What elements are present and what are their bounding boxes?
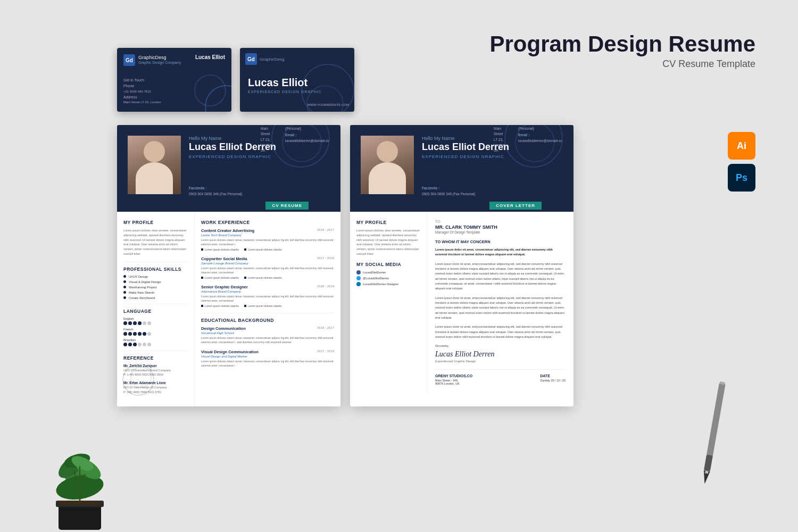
illustrator-icon: Ai [728, 132, 755, 160]
decorative-plant [27, 413, 133, 532]
photo-inner [128, 136, 181, 194]
social-title: My Social Media [356, 262, 420, 267]
work-item-2: Copywriter Social Media 2017 - 2018 Sano… [201, 256, 334, 279]
cover-para-4: Lorem ipsum dolor sit amet, entycconsect… [435, 325, 566, 339]
lang-french: French [123, 328, 188, 336]
right-column: WORK EXPERIENCE Content Creator Advertis… [194, 212, 340, 406]
cover-para-3: Lorem ipsum dolor sit amet, entycconsect… [435, 296, 566, 321]
bc2-website: WWW.YOURWEBSITE.COM [307, 103, 349, 106]
cover-profile-text: Lorem ipsum dolores situe ametee, consec… [356, 228, 420, 256]
cover-recipient-name: MR. CLARK TOMMY SMITH [435, 225, 566, 230]
cover-photo-inner [361, 136, 414, 194]
work-header-1: Content Creator Advertising 2016 - 2017 [201, 228, 334, 233]
person-head [144, 141, 165, 162]
svg-rect-0 [59, 503, 101, 530]
fax-contact: Facsimile : 0903 904 0890 346 (Fax Perso… [189, 186, 242, 197]
svg-rect-2 [59, 501, 101, 505]
photoshop-icon: Ps [728, 164, 755, 192]
cv-tag: CV RESUME [265, 202, 309, 210]
cover-to-label: TO [435, 220, 566, 223]
divider-1 [123, 262, 188, 262]
cover-sig-role: Experienced Graphic Design [435, 360, 566, 363]
profile-title: MY PROFILE [123, 220, 188, 225]
address-contact: Address : Main Street LT 23, London - UK [261, 125, 275, 154]
cover-social-section: My Social Media LucasElliotDerren @Lucas… [356, 262, 420, 286]
lang-dots-french [123, 332, 188, 336]
bc-candidate-name: Lucas Elliot [195, 54, 225, 60]
cover-sincerely: Sincerely, [435, 344, 566, 347]
edu-header-2: Visual Design Communication 2017 - 2018 [201, 350, 334, 354]
skill-1: UI/UX Design [123, 275, 188, 278]
page-subtitle: CV Resume Template [490, 59, 756, 70]
cover-company: GRENY STUDIOS.CO Main Street - 346, 9087… [435, 374, 472, 385]
title-area: Program Design Resume CV Resume Template [490, 32, 756, 70]
skill-dot-4 [123, 291, 126, 294]
cover-address: Address : Main Street LT 23, London - UK [494, 125, 508, 154]
work-header-2: Copywriter Social Media 2017 - 2018 [201, 256, 334, 261]
skill-2: Visual & Digital Design [123, 280, 188, 284]
bc-circle-2 [194, 74, 226, 106]
cover-fax: Facsimile : 0903 904 0890 346 (Fax Perso… [422, 186, 475, 197]
work-item-3: Senior Graphic Designer 2018 - 2019 Adam… [201, 285, 334, 307]
skills-list: UI/UX Design Visual & Digital Design Wir… [123, 275, 188, 300]
cover-photo [361, 136, 414, 194]
edu-divider [201, 313, 334, 313]
bc-logo: Gd GraphicDesg Graphic Design Company [123, 54, 181, 66]
cover-contacts: Address : Main Street LT 23, London - UK… [494, 125, 562, 154]
software-icons: Ai Ps [728, 132, 755, 192]
cover-person-head [377, 141, 398, 162]
cover-body-wrapper: MY PROFILE Lorem ipsum dolores situe ame… [350, 212, 573, 393]
cover-tag-bar: COVER LETTER [350, 202, 573, 212]
cover-right: TO MR. CLARK TOMMY SMITH Manager Of Desi… [427, 212, 573, 393]
cover-concern: TO WHOM IT MAY CONCERN [435, 239, 566, 244]
cv-resume-card: Hello My Name Lucas Elliot Derren EXPERI… [117, 125, 340, 406]
skill-dot-1 [123, 275, 126, 278]
cv-header: Hello My Name Lucas Elliot Derren EXPERI… [117, 125, 340, 202]
decorative-pen [705, 381, 721, 489]
cover-header-text: Hello My Name Lucas Elliot Derren EXPERI… [422, 136, 509, 159]
edu-title: EDUCATIONAL BACKGROUND [201, 318, 334, 323]
profile-text: Lorem ipsum dolores situe ametee, consec… [123, 228, 188, 256]
cover-phone: Phone: +61 9000-990 7815 (Personal) Emai… [518, 125, 562, 154]
cover-left: MY PROFILE Lorem ipsum dolores situe ame… [350, 212, 427, 393]
skill-dot-5 [123, 296, 126, 299]
skill-4: Make New Skecth [123, 291, 188, 294]
edu-header-1: Design Communication 2016 - 2017 [201, 326, 334, 331]
social-3: LucasElliotDerren-Designer [356, 282, 420, 286]
cover-person-body [369, 162, 406, 194]
candidate-photo [128, 136, 181, 194]
skill-3: Wireframing Project [123, 286, 188, 289]
svg-rect-14 [704, 455, 713, 472]
business-card-1: Gd GraphicDesg Graphic Design Company Lu… [117, 48, 231, 112]
fb-icon [356, 270, 361, 275]
cover-fax-row: Facsimile : 0903 904 0890 346 (Fax Perso… [422, 186, 475, 197]
lang-brazilian: Brazilian [123, 338, 188, 346]
person-body [136, 162, 173, 194]
social-1: LucasElliotDerren [356, 270, 420, 275]
cover-candidate-title: EXPERIENCED DESIGN GRAPHIC [422, 154, 509, 159]
edu-item-1: Design Communication 2016 - 2017 Vocatio… [201, 326, 334, 344]
cover-recipient-role: Manager Of Design Template [435, 230, 566, 234]
business-card-previews: Gd GraphicDesg Graphic Design Company Lu… [117, 48, 354, 112]
cover-footer: GRENY STUDIOS.CO Main Street - 346, 9087… [435, 369, 566, 385]
work-item-1: Content Creator Advertising 2016 - 2017 … [201, 228, 334, 251]
cv-tag-bar: CV RESUME [117, 202, 340, 212]
cover-letter-card: Hello My Name Lucas Elliot Derren EXPERI… [350, 125, 573, 406]
edu-item-2: Visual Design Communication 2017 - 2018 … [201, 350, 334, 368]
tw-icon [356, 276, 361, 280]
cover-para-2: Lorem ipsum dolor sit amet, entycconsect… [435, 262, 566, 292]
lang-list: English French [123, 317, 188, 346]
lang-dots-brazilian [123, 343, 188, 346]
bc2-company: GraphicDesg [260, 57, 285, 62]
cover-date: DATE Sunday 20 / 12 / 20 [540, 374, 566, 385]
social-2: @LucasElliotDerren [356, 276, 420, 280]
li-icon [356, 282, 361, 286]
svg-rect-17 [705, 471, 709, 474]
divider-2 [123, 304, 188, 304]
skill-dot-2 [123, 280, 126, 283]
lang-dots-english [123, 321, 188, 325]
page-title: Program Design Resume [490, 32, 756, 56]
cover-para-1: Lorem ipsum dolor sit amet, consectetuer… [435, 247, 566, 257]
cover-header: Hello My Name Lucas Elliot Derren EXPERI… [350, 125, 573, 202]
bc2-logo: Gd [245, 53, 257, 65]
